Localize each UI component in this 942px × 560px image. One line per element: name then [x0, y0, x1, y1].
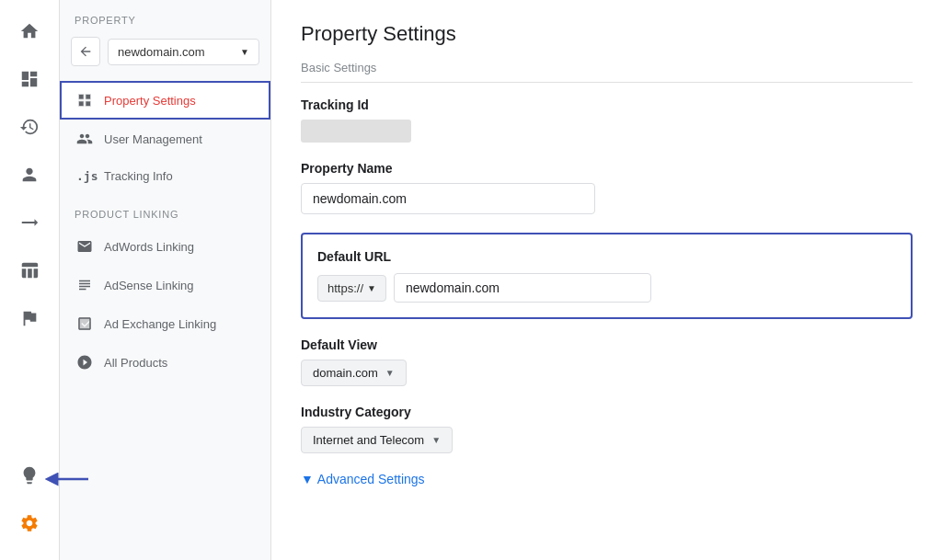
sidebar-item-tracking-info[interactable]: .js Tracking Info	[60, 158, 270, 194]
industry-category-dropdown[interactable]: Internet and Telecom ▼	[301, 427, 453, 453]
property-settings-label: Property Settings	[104, 94, 196, 108]
url-input-row: https:// ▼	[317, 273, 896, 303]
property-name-label: Property Name	[301, 161, 913, 176]
nav-lightbulb-button[interactable]	[7, 453, 52, 497]
nav-history-button[interactable]	[7, 105, 52, 149]
default-view-group: Default View domain.com ▼	[301, 337, 913, 386]
dropdown-arrow-icon: ▼	[240, 47, 249, 57]
industry-category-label: Industry Category	[301, 405, 913, 419]
protocol-value: https://	[327, 281, 363, 295]
url-input[interactable]	[394, 273, 651, 303]
advanced-settings-toggle[interactable]: ▼ Advanced Settings	[301, 472, 913, 486]
property-label: PROPERTY	[60, 15, 270, 33]
back-button[interactable]	[71, 37, 100, 66]
nav-flag-button[interactable]	[7, 296, 52, 340]
nav-person-button[interactable]	[7, 153, 52, 197]
all-products-label: All Products	[104, 356, 167, 370]
sidebar-item-adwords-linking[interactable]: AdWords Linking	[60, 227, 270, 266]
nav-dashboard-button[interactable]	[7, 57, 52, 101]
basic-settings-label: Basic Settings	[301, 61, 913, 83]
sidebar-item-property-settings[interactable]: Property Settings	[60, 81, 270, 120]
default-url-label: Default URL	[317, 249, 896, 264]
advanced-settings-arrow-icon: ▼	[301, 472, 314, 486]
property-name-input[interactable]	[301, 183, 595, 214]
nav-home-button[interactable]	[7, 9, 52, 53]
industry-category-arrow-icon: ▼	[431, 435, 441, 445]
default-view-dropdown[interactable]: domain.com ▼	[301, 360, 407, 386]
property-selector: newdomain.com ▼	[60, 33, 270, 81]
advanced-settings-label: Advanced Settings	[317, 472, 425, 486]
industry-category-value: Internet and Telecom	[313, 433, 424, 447]
industry-category-group: Industry Category Internet and Telecom ▼	[301, 405, 913, 453]
adsense-linking-label: AdSense Linking	[104, 279, 194, 292]
ad-exchange-linking-label: Ad Exchange Linking	[104, 317, 216, 331]
tracking-id-value	[301, 120, 411, 143]
page-title: Property Settings	[301, 22, 913, 46]
protocol-dropdown[interactable]: https:// ▼	[317, 275, 386, 302]
sidebar: PROPERTY newdomain.com ▼ Property Settin…	[60, 0, 271, 560]
default-view-label: Default View	[301, 337, 913, 352]
default-url-section: Default URL https:// ▼	[301, 233, 913, 319]
icon-navigation	[0, 0, 60, 560]
adwords-linking-label: AdWords Linking	[104, 240, 194, 254]
sidebar-item-adsense-linking[interactable]: AdSense Linking	[60, 266, 270, 304]
nav-table-button[interactable]	[7, 248, 52, 292]
sidebar-item-user-management[interactable]: User Management	[60, 120, 270, 158]
nav-settings-button[interactable]	[7, 501, 52, 545]
sidebar-item-all-products[interactable]: All Products	[60, 343, 270, 382]
property-name-group: Property Name	[301, 161, 913, 214]
user-management-label: User Management	[104, 132, 202, 146]
product-linking-label: PRODUCT LINKING	[60, 194, 270, 227]
tracking-id-group: Tracking Id	[301, 97, 913, 143]
main-content: Property Settings Basic Settings Trackin…	[271, 0, 942, 560]
tracking-info-label: Tracking Info	[104, 169, 173, 183]
tracking-id-label: Tracking Id	[301, 97, 913, 112]
nav-goal-button[interactable]	[7, 200, 52, 245]
property-dropdown-value: newdomain.com	[118, 45, 205, 59]
default-view-value: domain.com	[313, 366, 378, 380]
property-dropdown[interactable]: newdomain.com ▼	[108, 39, 259, 65]
sidebar-item-ad-exchange-linking[interactable]: Ad Exchange Linking	[60, 304, 270, 343]
protocol-arrow-icon: ▼	[367, 283, 376, 293]
default-view-arrow-icon: ▼	[385, 368, 395, 378]
